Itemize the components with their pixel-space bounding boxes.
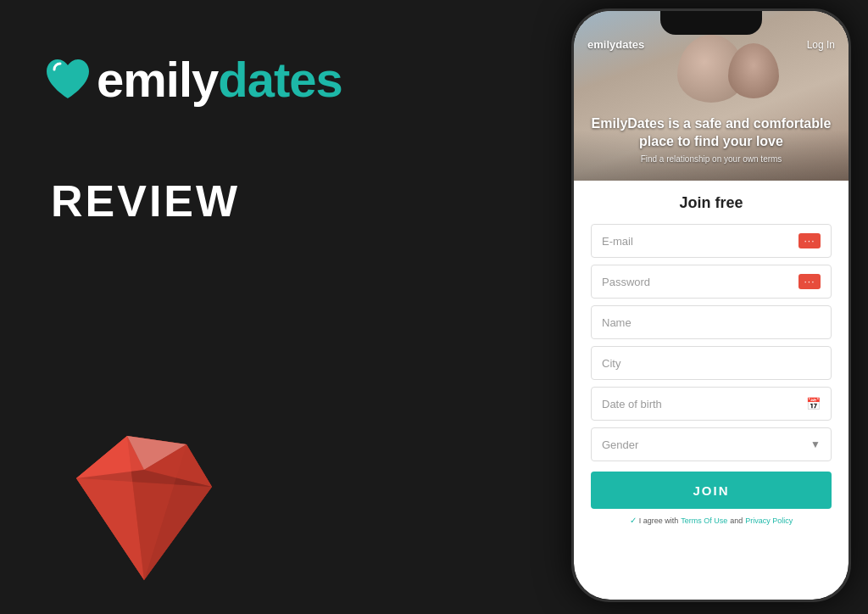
name-label: Name [602, 316, 632, 329]
hero-top-bar: emilydates Log In [574, 38, 849, 51]
phone-notch [660, 11, 762, 35]
hero-text-block: EmilyDates is a safe and comfortable pla… [574, 115, 849, 164]
dob-field[interactable]: Date of birth 📅 [591, 387, 832, 421]
dropdown-arrow-icon: ▼ [810, 438, 821, 450]
terms-of-use-link[interactable]: Terms Of Use [681, 516, 727, 525]
dob-label: Date of birth [602, 398, 662, 410]
gender-label: Gender [602, 438, 638, 451]
left-panel: emilydates REVIEW [0, 0, 526, 614]
privacy-policy-link[interactable]: Privacy Policy [745, 516, 793, 525]
gem-decoration [51, 419, 237, 589]
hero-main-text: EmilyDates is a safe and comfortable pla… [591, 115, 832, 151]
name-field[interactable]: Name [591, 305, 832, 339]
logo-emily: emily [97, 52, 218, 107]
phone-screen: emilydates Log In EmilyDates is a safe a… [574, 11, 849, 600]
password-field[interactable]: Password ··· [591, 265, 832, 299]
terms-connector: and [730, 516, 743, 525]
svg-marker-4 [76, 478, 212, 580]
logo-dates: dates [218, 52, 342, 107]
phone-frame: emilydates Log In EmilyDates is a safe a… [571, 8, 851, 602]
phone-mockup: emilydates Log In EmilyDates is a safe a… [571, 8, 851, 602]
city-field[interactable]: City [591, 346, 832, 380]
calendar-icon: 📅 [806, 397, 821, 410]
check-icon: ✓ [630, 516, 637, 525]
join-button[interactable]: JOIN [591, 472, 832, 509]
logo: emilydates [42, 51, 342, 108]
terms-prefix: I agree with [639, 516, 679, 525]
logo-text: emilydates [97, 51, 342, 108]
terms-line: ✓ I agree with Terms Of Use and Privacy … [591, 516, 832, 525]
review-label: REVIEW [51, 176, 240, 226]
email-field[interactable]: E-mail ··· [591, 224, 832, 258]
password-label: Password [602, 276, 650, 288]
form-area: Join free E-mail ··· Password ··· [574, 181, 849, 535]
hero-area: emilydates Log In EmilyDates is a safe a… [574, 11, 849, 181]
email-icon: ··· [798, 233, 821, 248]
gender-field[interactable]: Gender ▼ [591, 427, 832, 461]
form-title: Join free [591, 194, 832, 212]
password-icon: ··· [798, 274, 821, 289]
email-label: E-mail [602, 235, 633, 248]
hero-login-link[interactable]: Log In [807, 39, 835, 51]
heart-icon [42, 56, 93, 103]
hero-sub-text: Find a relationship on your own terms [591, 154, 832, 164]
city-label: City [602, 357, 620, 370]
hero-brand: emilydates [587, 38, 644, 51]
